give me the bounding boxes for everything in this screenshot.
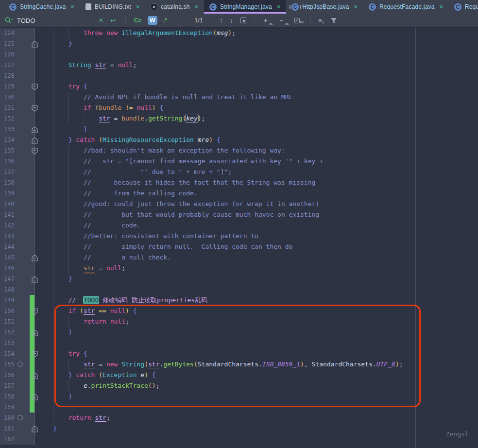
fold-marker-up[interactable] [32,372,38,382]
code-editor[interactable]: 124 throw new IllegalArgumentException(m… [0,28,478,448]
code-text[interactable] [35,70,478,81]
gutter: 134 [0,135,35,145]
gutter: 124 [0,28,35,38]
tab-building-txt[interactable]: BUILDING.txt✕ [80,0,145,14]
tab-stringcache-java[interactable]: CStringCache.java✕ [4,0,80,14]
gutter: 129 [0,81,35,92]
gutter: 135 [0,145,35,156]
search-options-icon[interactable]: ≡I [318,17,323,24]
fold-marker-up[interactable] [32,425,38,436]
gutter: 146 [0,263,35,274]
code-text[interactable]: // simply return null. Calling code can … [35,241,478,252]
code-text[interactable]: //good: could just throw the exception (… [35,199,478,209]
code-text[interactable] [35,434,478,445]
code-text[interactable]: // because it hides the fact that the St… [35,177,478,188]
search-input[interactable]: TODO [17,17,99,24]
remove-occurrence-icon[interactable]: －xx [278,16,289,25]
tab-close-icon[interactable]: ✕ [136,4,140,10]
fold-marker-down[interactable] [32,83,38,94]
code-line-148: 148 [0,284,478,295]
code-text[interactable]: str = null; [35,263,478,274]
code-line-143: 143 //better: consistent with container … [0,231,478,241]
gutter: 145 [0,252,35,263]
fold-marker-down[interactable] [32,308,38,318]
fold-marker-up[interactable] [32,137,38,147]
gutter-circle-marker[interactable] [17,362,23,367]
tab-close-icon[interactable]: ✕ [354,4,358,10]
code-text[interactable]: try { [35,81,478,92]
code-text[interactable]: // code. [35,220,478,231]
code-line-160: 160 return str; [0,413,478,423]
gutter: 150 [0,306,35,316]
gutter-circle-marker[interactable] [17,415,23,420]
code-text[interactable]: } [35,124,478,135]
code-text[interactable]: return null; [35,316,478,327]
words-toggle[interactable]: W [148,16,157,25]
code-text[interactable]: // but that would probably cause much ha… [35,209,478,220]
code-text[interactable]: // Avoid NPE if bundle is null and treat… [35,92,478,103]
code-text[interactable]: str = new String(str.getBytes(StandardCh… [35,359,478,370]
fold-marker-down[interactable] [32,147,38,158]
code-text[interactable]: } [35,391,478,402]
next-occurrence-icon[interactable]: ↓ [230,17,233,24]
line-number: 124 [4,28,15,38]
select-all-occurrences-icon[interactable]: ✓xx [294,18,304,23]
code-text[interactable]: } [35,327,478,338]
tab-close-icon[interactable]: ✕ [194,4,199,10]
code-text[interactable]: } [35,38,478,49]
tab-requestfacade-java[interactable]: CRequestFacade.java✕ [363,0,449,14]
prev-occurrence-icon[interactable]: ↑ [220,17,223,24]
fold-marker-up[interactable] [32,276,38,286]
add-occurrence-icon[interactable]: ＋xx [262,16,273,25]
fold-marker-up[interactable] [32,393,38,404]
fold-marker-down[interactable] [32,350,38,361]
clear-search-icon[interactable]: ✕ [99,16,103,25]
gutter: 155 [0,359,35,370]
tab-stringmanager-java[interactable]: CStringManager.java✕ [204,0,286,14]
code-text[interactable]: return str; [35,413,478,423]
code-text[interactable]: e.printStackTrace(); [35,380,478,391]
code-text[interactable]: String str = null; [35,60,478,70]
tab-close-icon[interactable]: ✕ [439,4,444,10]
code-text[interactable]: //better: consistent with container patt… [35,231,478,241]
code-text[interactable]: try { [35,348,478,359]
code-text[interactable] [35,284,478,295]
code-text[interactable]: } catch (Exception e) { [35,370,478,380]
tab-httpjspbase-java[interactable]: CHttpJspBase.java✕ [286,0,363,14]
code-text[interactable]: // from the calling code. [35,188,478,199]
fold-marker-down[interactable] [32,104,38,115]
gutter: 153 [0,338,35,348]
tab-close-icon[interactable]: ✕ [276,4,281,10]
filter-icon[interactable] [330,16,337,25]
search-icon[interactable] [4,16,13,25]
code-text[interactable] [35,338,478,348]
newline-icon[interactable]: ↩ [110,16,116,25]
code-text[interactable] [35,49,478,60]
tab-request-java[interactable]: CRequest.java✕ [449,0,478,14]
code-text[interactable] [35,402,478,413]
open-in-find-window-icon[interactable] [240,17,246,23]
fold-marker-up[interactable] [32,329,38,340]
code-text[interactable]: str = bundle.getString(key); [35,113,478,124]
tab-close-icon[interactable]: ✕ [70,4,75,10]
code-text[interactable]: // TODO 修改编码 防止读取properties乱码 [35,295,478,306]
tab-catalina-sh[interactable]: >catalina.sh✕ [145,0,204,14]
code-text[interactable]: if (str == null) { [35,306,478,316]
code-text[interactable]: if (bundle != null) { [35,103,478,113]
code-text[interactable]: } [35,423,478,434]
code-text[interactable]: // a null check. [35,252,478,263]
code-text[interactable]: } catch (MissingResourceException mre) { [35,135,478,145]
code-text[interactable]: throw new IllegalArgumentException(msg); [35,28,478,38]
match-case-toggle[interactable]: Cc [132,16,144,25]
code-text[interactable]: //bad: shouldn't mask an exception the f… [35,145,478,156]
fold-marker-up[interactable] [32,40,38,51]
regex-toggle[interactable]: .* [161,16,169,25]
fold-marker-up[interactable] [32,254,38,265]
fold-marker-up[interactable] [32,126,38,137]
code-line-151: 151 return null; [0,316,478,327]
code-text[interactable]: } [35,274,478,284]
code-text[interactable]: // str = "[cannot find message associate… [35,156,478,167]
tab-label: Request.java [465,3,478,10]
code-text[interactable]: // "' due to " + mre + "]"; [35,167,478,177]
divider [125,17,126,24]
